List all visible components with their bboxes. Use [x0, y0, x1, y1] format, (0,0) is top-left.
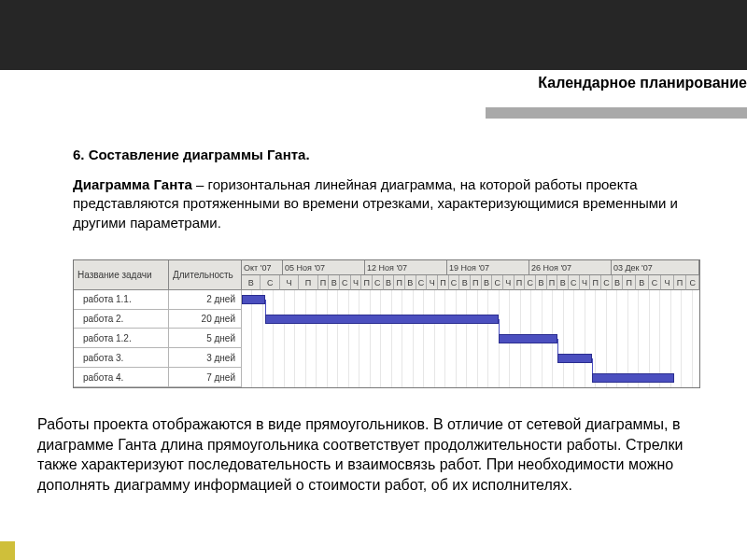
week-label: 19 Ноя '07: [447, 260, 529, 275]
timeline-weeks: Окт '07 05 Ноя '07 12 Ноя '07 19 Ноя '07…: [242, 260, 699, 275]
gantt-timeline: Окт '07 05 Ноя '07 12 Ноя '07 19 Ноя '07…: [242, 260, 699, 387]
gantt-chart: Название задачи Длительность работа 1.1.…: [73, 259, 700, 388]
corner-square-icon: [0, 541, 15, 560]
section-heading: 6. Составление диаграммы Ганта.: [73, 146, 689, 164]
header-dark-bar: [0, 0, 747, 70]
gantt-bar: [592, 373, 674, 383]
task-duration: 20 дней: [169, 310, 242, 329]
table-row: работа 4. 7 дней: [74, 368, 242, 387]
table-row: работа 3. 3 дней: [74, 348, 242, 368]
gantt-table: Название задачи Длительность работа 1.1.…: [74, 260, 242, 387]
gantt-bars-area: [242, 290, 699, 387]
gantt-table-header: Название задачи Длительность: [74, 260, 242, 290]
timeline-days: ВСЧППВСЧПСВПВСЧПСВПВСЧПСВПВСЧПСВПВСЧПС: [242, 275, 699, 290]
slide: Календарное планирование 6. Составление …: [0, 0, 747, 560]
task-duration: 2 дней: [169, 290, 242, 310]
week-label: 26 Ноя '07: [529, 260, 612, 275]
col-header-name: Название задачи: [74, 260, 169, 290]
week-label: 12 Ноя '07: [365, 260, 447, 275]
week-label: 05 Ноя '07: [283, 260, 365, 275]
gantt-bar: [499, 334, 557, 343]
task-duration: 7 дней: [169, 368, 242, 387]
week-label: Окт '07: [242, 260, 283, 275]
task-name: работа 4.: [74, 368, 169, 387]
table-row: работа 2. 20 дней: [74, 310, 242, 329]
page-title: Календарное планирование: [538, 75, 747, 91]
footer-paragraph: Работы проекта отображаются в виде прямо…: [37, 414, 710, 495]
task-name: работа 1.1.: [74, 290, 169, 310]
task-name: работа 1.2.: [74, 329, 169, 348]
col-header-duration: Длительность: [169, 260, 242, 290]
accent-bar: [486, 107, 747, 119]
task-name: работа 3.: [74, 348, 169, 368]
gantt-bar: [265, 315, 499, 324]
task-duration: 5 дней: [169, 329, 242, 348]
table-row: работа 1.1. 2 дней: [74, 290, 242, 310]
task-name: работа 2.: [74, 310, 169, 329]
task-duration: 3 дней: [169, 348, 242, 368]
definition-paragraph: Диаграмма Ганта – горизонтальная линейна…: [73, 175, 689, 232]
table-row: работа 1.2. 5 дней: [74, 329, 242, 348]
gantt-bar: [242, 295, 265, 304]
week-label: 03 Дек '07: [612, 260, 699, 275]
gantt-bar: [557, 354, 593, 363]
definition-term: Диаграмма Ганта: [73, 176, 192, 192]
